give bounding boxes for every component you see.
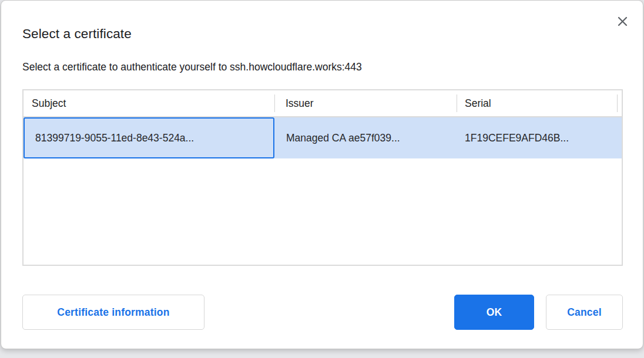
dialog-subtitle: Select a certificate to authenticate you… [22,61,362,73]
serial-cell: 1F19CEFE9AFD46B... [457,117,622,158]
certificate-table: Subject Issuer Serial 81399719-9055-11ed… [22,89,623,266]
certificate-row-selected[interactable]: 81399719-9055-11ed-8e43-524a... Managed … [24,117,622,158]
dialog-actions: Certificate information OK Cancel [22,295,623,330]
actions-spacer [204,295,454,330]
close-icon [617,16,628,27]
column-header-serial: Serial [457,90,617,116]
dialog-title: Select a certificate [22,26,132,42]
table-body: 81399719-9055-11ed-8e43-524a... Managed … [24,117,622,158]
issuer-cell: Managed CA ae57f039... [274,117,457,158]
certificate-information-button[interactable]: Certificate information [22,295,204,330]
ok-button[interactable]: OK [454,295,534,330]
table-header: Subject Issuer Serial [24,90,622,117]
column-header-issuer: Issuer [274,90,457,116]
certificate-select-dialog: Select a certificate Select a certificat… [1,0,643,349]
cancel-button[interactable]: Cancel [546,295,623,330]
column-header-gutter [617,90,622,116]
column-header-subject: Subject [24,90,274,116]
close-button[interactable] [613,12,631,30]
subject-cell[interactable]: 81399719-9055-11ed-8e43-524a... [24,117,274,158]
